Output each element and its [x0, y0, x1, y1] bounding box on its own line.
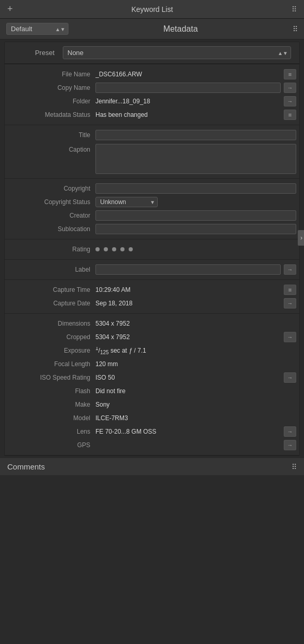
tech-group: Dimensions 5304 x 7952 Cropped 5304 x 79…: [5, 314, 299, 455]
file-name-button[interactable]: ≡: [284, 69, 296, 79]
copyright-row: Copyright: [5, 182, 299, 195]
sublocation-input[interactable]: [95, 224, 296, 234]
make-label: Make: [5, 401, 95, 408]
capture-time-value: 10:29:40 AM: [95, 286, 284, 293]
rating-dot-5[interactable]: [129, 247, 133, 251]
copy-name-label: Copy Name: [5, 84, 95, 91]
bottom-spacer: [0, 475, 304, 479]
rating-dot-3[interactable]: [112, 247, 116, 251]
make-value: Sony: [95, 401, 299, 408]
copyright-status-label: Copyright Status: [5, 198, 95, 206]
title-row: Title: [5, 128, 299, 142]
exposure-value: 1/125 sec at ƒ / 7.1: [95, 347, 299, 354]
cropped-label: Cropped: [5, 333, 95, 341]
preset-label: Preset: [13, 49, 54, 57]
exposure-label: Exposure: [5, 347, 95, 354]
copyright-input[interactable]: [95, 183, 296, 194]
copy-name-row: Copy Name →: [5, 81, 299, 95]
model-row: Model ILCE-7RM3: [5, 411, 299, 425]
cropped-row: Cropped 5304 x 7952 →: [5, 330, 299, 344]
capture-time-button[interactable]: ≡: [284, 285, 296, 295]
dimensions-value: 5304 x 7952: [95, 320, 299, 327]
dimensions-row: Dimensions 5304 x 7952: [5, 317, 299, 330]
label-row: Label →: [5, 263, 299, 276]
metadata-panel: + Keyword List ⠿ Default Custom EXIF IPT…: [0, 0, 304, 479]
gps-button[interactable]: →: [284, 440, 296, 450]
preset-select[interactable]: None Custom 1 Custom 2: [63, 46, 291, 59]
copyright-label: Copyright: [5, 185, 95, 192]
title-input[interactable]: [95, 130, 296, 140]
comments-bar: Comments ⠿: [0, 458, 304, 475]
preset-section: Preset None Custom 1 Custom 2 ▲▼: [5, 42, 299, 64]
top-bar: + Keyword List ⠿: [0, 0, 304, 19]
focal-length-value: 120 mm: [95, 360, 299, 368]
model-value: ILCE-7RM3: [95, 414, 299, 422]
folder-button[interactable]: →: [284, 96, 296, 106]
exposure-denominator: 125: [100, 350, 109, 354]
capture-time-label: Capture Time: [5, 286, 95, 293]
metadata-settings-icon[interactable]: ⠿: [293, 25, 298, 33]
rating-dot-1[interactable]: [95, 247, 100, 251]
grid-icon[interactable]: ⠿: [292, 5, 297, 14]
capture-date-label: Capture Date: [5, 300, 95, 307]
gps-row: GPS →: [5, 438, 299, 452]
file-name-value: _DSC6166.ARW: [95, 71, 284, 78]
sublocation-label: Sublocation: [5, 225, 95, 233]
rating-dot-4[interactable]: [120, 247, 125, 251]
iso-button[interactable]: →: [284, 372, 296, 383]
capture-date-row: Capture Date Sep 18, 2018 →: [5, 297, 299, 310]
creator-input[interactable]: [95, 210, 296, 221]
capture-date-value: Sep 18, 2018: [95, 300, 284, 307]
rating-row: Rating: [5, 243, 299, 256]
label-group: Label →: [5, 260, 299, 280]
rating-dots: [95, 247, 133, 251]
caption-row: Caption: [5, 142, 299, 175]
panel-collapse-arrow[interactable]: ›: [298, 230, 304, 246]
copyright-status-select[interactable]: Unknown Copyrighted Public Domain: [95, 197, 158, 207]
header-row: Default Custom EXIF IPTC Video ▲▼ Metada…: [0, 19, 304, 39]
rating-label: Rating: [5, 246, 95, 253]
view-dropdown[interactable]: Default Custom EXIF IPTC Video: [6, 23, 68, 35]
creator-row: Creator: [5, 209, 299, 222]
lens-label: Lens: [5, 428, 95, 435]
exposure-suffix: sec at ƒ / 7.1: [109, 347, 146, 354]
view-dropdown-wrapper: Default Custom EXIF IPTC Video ▲▼: [6, 23, 68, 35]
capture-time-row: Capture Time 10:29:40 AM ≡: [5, 283, 299, 297]
capture-date-button[interactable]: →: [284, 298, 296, 308]
flash-value: Did not fire: [95, 387, 299, 395]
lens-value: FE 70-20...8 GM OSS: [95, 428, 284, 435]
folder-label: Folder: [5, 98, 95, 105]
metadata-status-button[interactable]: ≡: [284, 110, 296, 120]
title-label: Title: [5, 131, 95, 139]
cropped-value: 5304 x 7952: [95, 333, 284, 341]
file-name-row: File Name _DSC6166.ARW ≡: [5, 68, 299, 81]
caption-group: Title Caption: [5, 125, 299, 179]
label-button[interactable]: →: [284, 264, 296, 275]
cropped-button[interactable]: →: [284, 332, 296, 342]
top-bar-left: +: [7, 4, 13, 15]
metadata-status-row: Metadata Status Has been changed ≡: [5, 108, 299, 122]
copy-name-input[interactable]: [95, 83, 281, 93]
file-name-label: File Name: [5, 71, 95, 78]
lens-button[interactable]: →: [284, 426, 296, 437]
metadata-status-value: Has been changed: [95, 111, 284, 118]
metadata-content: Preset None Custom 1 Custom 2 ▲▼ File Na…: [4, 42, 300, 456]
caption-textarea[interactable]: [95, 144, 296, 174]
make-row: Make Sony: [5, 398, 299, 411]
copy-name-button[interactable]: →: [284, 83, 296, 93]
label-input[interactable]: [95, 264, 281, 275]
add-keyword-button[interactable]: +: [7, 4, 13, 15]
copyright-status-wrapper: Unknown Copyrighted Public Domain ▼: [95, 197, 158, 207]
focal-length-row: Focal Length 120 mm: [5, 357, 299, 371]
dimensions-label: Dimensions: [5, 320, 95, 327]
rating-dot-2[interactable]: [104, 247, 108, 251]
label-field-label: Label: [5, 266, 95, 273]
flash-row: Flash Did not fire: [5, 384, 299, 398]
iso-label: ISO Speed Rating: [5, 374, 95, 381]
comments-icon[interactable]: ⠿: [292, 463, 297, 471]
focal-length-label: Focal Length: [5, 360, 95, 368]
folder-value: Jennifer...18_09_18: [95, 98, 284, 105]
folder-row: Folder Jennifer...18_09_18 →: [5, 95, 299, 108]
rating-group: Rating: [5, 239, 299, 260]
metadata-title: Metadata: [163, 24, 198, 34]
